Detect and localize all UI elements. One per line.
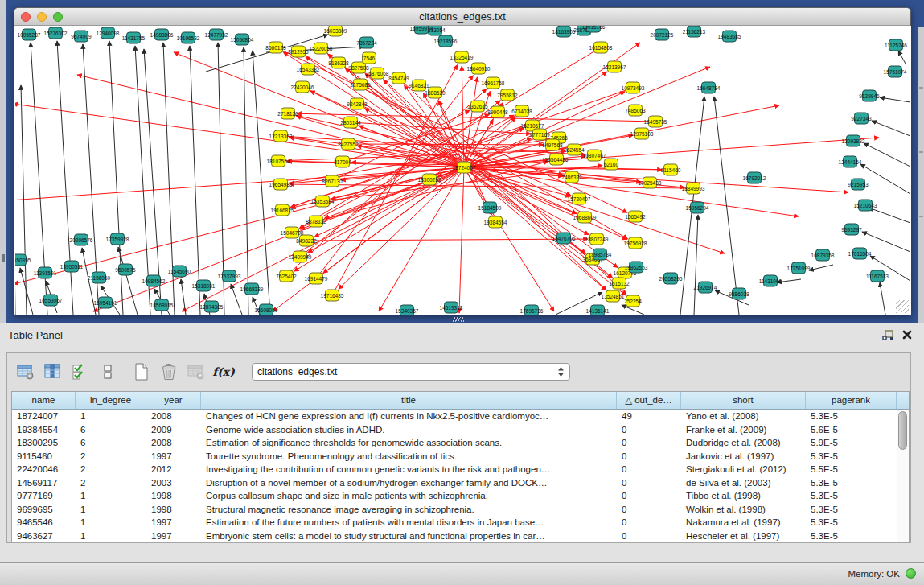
table-cell[interactable]: 0 (617, 503, 681, 517)
zoom-window-button[interactable] (53, 12, 63, 22)
table-row[interactable]: 1872400712008Changes of HCN gene express… (12, 410, 909, 423)
table-cell[interactable]: 14569117 (12, 476, 76, 490)
table-row[interactable]: 977716911998Corpus callosum shape and si… (12, 489, 909, 503)
table-cell[interactable]: 0 (617, 489, 681, 503)
function-builder-button[interactable]: f(x) (213, 362, 234, 381)
import-table-button[interactable] (186, 362, 207, 381)
table-cell[interactable]: Estimation of the future numbers of pati… (201, 516, 617, 529)
table-row[interactable]: 946554611997Estimation of the future num… (12, 516, 909, 529)
table-cell[interactable]: 0 (617, 423, 681, 437)
table-row[interactable]: 969969511998Structural magnetic resonanc… (12, 503, 909, 517)
table-cell[interactable]: 18300295 (12, 436, 76, 450)
table-row[interactable]: 2242004622012Investigating the contribut… (12, 463, 909, 476)
table-cell[interactable]: 5.3E-5 (806, 529, 897, 543)
table-cell[interactable]: 5.5E-5 (806, 463, 897, 476)
table-cell[interactable]: Tibbo et al. (1998) (681, 489, 806, 503)
column-header[interactable]: △ out_de… (617, 392, 681, 409)
table-row[interactable]: 946362711997Embryonic stem cells: a mode… (12, 529, 909, 543)
table-cell[interactable]: Structural magnetic resonance image aver… (201, 503, 617, 517)
table-cell[interactable]: 6 (76, 436, 146, 450)
table-cell[interactable]: de Silva et al. (2003) (681, 476, 806, 490)
table-cell[interactable]: 2 (76, 450, 146, 463)
table-cell[interactable]: Investigating the contribution of common… (201, 463, 617, 476)
table-cell[interactable]: 5.9E-5 (806, 436, 897, 450)
table-cell[interactable]: 5.3E-5 (806, 410, 897, 423)
table-cell[interactable]: 1 (76, 529, 146, 543)
minimize-window-button[interactable] (37, 12, 47, 22)
table-cell[interactable]: Wolkin et al. (1998) (681, 503, 806, 517)
table-cell[interactable]: 2 (76, 463, 146, 476)
column-header[interactable]: pagerank (806, 392, 897, 409)
table-cell[interactable]: 9463627 (12, 529, 76, 543)
left-panel-edge[interactable] (0, 0, 6, 323)
column-header[interactable]: name (12, 392, 76, 409)
table-cell[interactable]: 49 (617, 410, 681, 423)
table-cell[interactable]: 5.3E-5 (806, 516, 897, 529)
table-cell[interactable]: 19384554 (12, 423, 76, 437)
table-cell[interactable]: 2009 (146, 423, 201, 437)
table-cell[interactable]: 9465546 (12, 516, 76, 529)
window-resize-grip[interactable] (896, 300, 909, 313)
column-header[interactable]: short (681, 392, 806, 409)
table-cell[interactable]: 5.3E-5 (806, 476, 897, 490)
table-cell[interactable]: 2 (76, 476, 146, 490)
close-panel-button[interactable] (900, 328, 914, 341)
create-table-button[interactable] (131, 362, 152, 381)
row-height-button[interactable] (97, 362, 118, 381)
table-cell[interactable]: 1997 (146, 516, 201, 529)
table-cell[interactable]: 1998 (146, 503, 201, 517)
table-cell[interactable]: Franke et al. (2009) (681, 423, 806, 437)
table-cell[interactable]: Dudbridge et al. (2008) (681, 436, 806, 450)
table-cell[interactable]: Jankovic et al. (1997) (681, 450, 806, 463)
table-row[interactable]: 1456911722003Disruption of a novel membe… (12, 476, 909, 490)
table-cell[interactable]: 5.3E-5 (806, 489, 897, 503)
table-cell[interactable]: 1 (76, 516, 146, 529)
table-cell[interactable]: 9699695 (12, 503, 76, 517)
table-cell[interactable]: 1 (76, 489, 146, 503)
table-settings-button[interactable] (15, 362, 36, 381)
table-row[interactable]: 1938455462009Genome-wide association stu… (12, 423, 909, 437)
table-cell[interactable]: Hescheler et al. (1997) (681, 529, 806, 543)
table-cell[interactable]: Nakamura et al. (1997) (681, 516, 806, 529)
table-cell[interactable]: 2008 (146, 410, 201, 423)
table-cell[interactable]: 5.6E-5 (806, 423, 897, 437)
close-window-button[interactable] (21, 12, 31, 22)
table-cell[interactable]: 0 (617, 463, 681, 476)
table-cell[interactable]: Yano et al. (2008) (681, 410, 806, 423)
table-cell[interactable]: 0 (617, 516, 681, 529)
table-cell[interactable]: 1997 (146, 529, 201, 543)
table-row[interactable]: 911546021997Tourette syndrome. Phenomeno… (12, 450, 909, 463)
table-cell[interactable]: 0 (617, 529, 681, 543)
table-cell[interactable]: 1997 (146, 450, 201, 463)
table-cell[interactable]: Corpus callosum shape and size in male p… (201, 489, 617, 503)
table-scrollbar-thumb[interactable] (898, 411, 907, 450)
table-cell[interactable]: 2012 (146, 463, 201, 476)
column-header[interactable]: in_degree (76, 392, 146, 409)
window-titlebar[interactable]: citations_edges.txt (14, 8, 910, 26)
table-cell[interactable]: Tourette syndrome. Phenomenology and cla… (201, 450, 617, 463)
float-panel-button[interactable] (881, 328, 895, 341)
table-cell[interactable]: Embryonic stem cells: a model to study s… (201, 529, 617, 543)
table-cell[interactable]: 0 (617, 476, 681, 490)
table-cell[interactable]: 22420046 (12, 463, 76, 476)
table-cell[interactable]: Disruption of a novel member of a sodium… (201, 476, 617, 490)
table-cell[interactable]: 1 (76, 503, 146, 517)
select-rows-button[interactable] (70, 362, 91, 381)
delete-table-button[interactable] (158, 362, 179, 381)
table-cell[interactable]: 1998 (146, 489, 201, 503)
column-header[interactable]: title (201, 392, 617, 409)
table-row[interactable]: 1830029562008Estimation of significance … (12, 436, 909, 450)
table-cell[interactable]: 18724007 (12, 410, 76, 423)
table-cell[interactable]: 2003 (146, 476, 201, 490)
select-columns-button[interactable] (43, 362, 64, 381)
table-cell[interactable]: Stergiakouli et al. (2012) (681, 463, 806, 476)
table-cell[interactable]: Genome-wide association studies in ADHD. (201, 423, 617, 437)
network-canvas[interactable]: 1872400718300295193845548660123891295515… (15, 26, 911, 315)
splitpane-handle[interactable] (453, 317, 464, 322)
table-cell[interactable]: 0 (617, 436, 681, 450)
table-cell[interactable]: 0 (617, 450, 681, 463)
right-panel-edge[interactable] (918, 27, 924, 323)
table-scrollbar[interactable] (897, 410, 909, 542)
table-cell[interactable]: 9115460 (12, 450, 76, 463)
table-cell[interactable]: 6 (76, 423, 146, 437)
